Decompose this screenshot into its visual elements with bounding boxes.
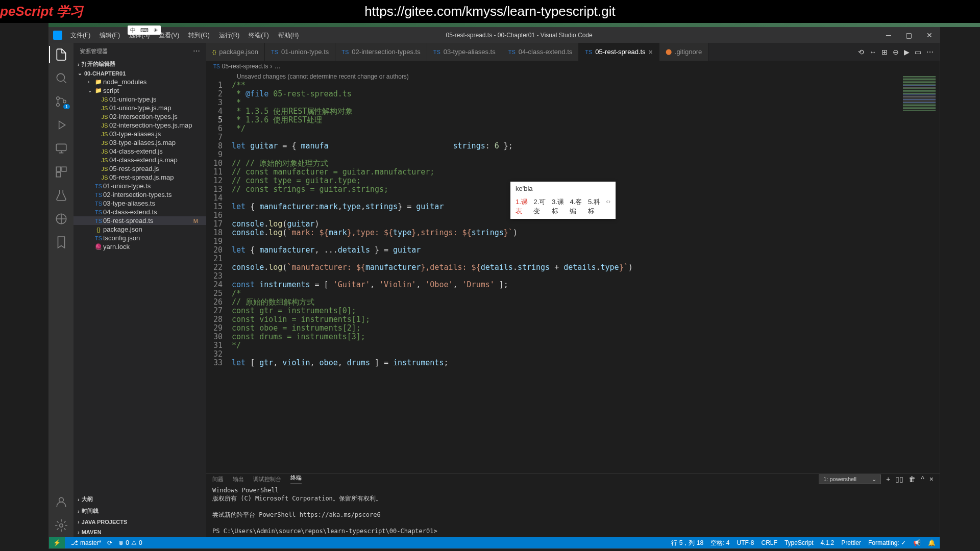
editor-tab[interactable]: TS04-class-extend.ts [502, 43, 579, 61]
bookmark-icon[interactable] [55, 236, 68, 249]
close-panel-icon[interactable]: × [929, 475, 934, 483]
file-tree-item[interactable]: JS01-union-type.js [74, 95, 206, 104]
formatting-status[interactable]: Formatting: ✓ [868, 539, 906, 547]
tab-action-icon[interactable]: ↔ [869, 48, 876, 56]
file-tree-item[interactable]: JS05-rest-spread.js [74, 164, 206, 173]
extensions-icon[interactable] [55, 165, 68, 179]
indentation[interactable]: 空格: 4 [710, 539, 729, 547]
editor-tab[interactable]: TS02-intersection-types.ts [335, 43, 427, 61]
sidebar-section[interactable]: ›大纲 [74, 493, 206, 505]
terminal-output[interactable]: Windows PowerShell版权所有 (C) Microsoft Cor… [206, 484, 940, 537]
file-tree-item[interactable]: JS01-union-type.js.map [74, 104, 206, 112]
editor-tab[interactable]: ⬤.gitignore [659, 43, 708, 61]
file-tree-item[interactable]: JS02-intersection-types.js.map [74, 121, 206, 130]
sidebar-section[interactable]: ›时间线 [74, 505, 206, 517]
source-control-icon[interactable]: 1 [55, 95, 68, 108]
search-icon[interactable] [55, 71, 68, 85]
ime-candidate[interactable]: 4.客编 [570, 197, 583, 216]
ime-candidate[interactable]: 1.课表 [516, 197, 529, 216]
testing-icon[interactable] [55, 189, 68, 202]
sync-button[interactable]: ⟳ [107, 539, 112, 546]
open-editors-section[interactable]: 打开的编辑器 [82, 60, 115, 68]
split-terminal-icon[interactable]: ▯▯ [895, 475, 903, 483]
breadcrumb-more[interactable]: … [274, 63, 280, 70]
terminal-selector[interactable]: 1: powershell⌄ [819, 474, 881, 484]
panel-tab[interactable]: 输出 [233, 475, 244, 483]
file-tree-item[interactable]: TS03-type-aliases.ts [74, 199, 206, 208]
ime-lang[interactable]: 中 [130, 27, 136, 34]
cursor-position[interactable]: 行 5，列 18 [671, 539, 703, 547]
breadcrumb[interactable]: TS 05-rest-spread.ts › … [206, 61, 940, 72]
file-tree-item[interactable]: TS05-rest-spread.tsM [74, 216, 206, 225]
panel-tab[interactable]: 问题 [212, 475, 224, 483]
tab-action-icon[interactable]: ▶ [904, 48, 910, 56]
tab-action-icon[interactable]: ⟲ [858, 48, 864, 56]
ime-candidate[interactable]: 3.课标 [552, 197, 566, 216]
file-tree-item[interactable]: {}package.json [74, 225, 206, 234]
menu-item[interactable]: 编辑(E) [95, 29, 124, 42]
editor-tab[interactable]: TS05-rest-spread.ts× [579, 43, 659, 61]
ime-candidate[interactable]: 5.科标 [588, 197, 602, 216]
ts-version[interactable]: 4.1.2 [821, 539, 835, 547]
new-terminal-icon[interactable]: + [886, 475, 890, 483]
bell-icon[interactable]: 🔔 [928, 539, 936, 547]
git-branch[interactable]: ⎇ master* [71, 539, 101, 546]
tab-action-icon[interactable]: ⊖ [893, 48, 899, 56]
close-button[interactable]: ✕ [919, 31, 940, 39]
ime-kbd-icon[interactable]: ⌨ [140, 27, 149, 34]
sidebar-section[interactable]: ›JAVA PROJECTS [74, 517, 206, 527]
eol[interactable]: CRLF [762, 539, 777, 547]
menu-item[interactable]: 转到(G) [184, 29, 213, 42]
file-tree-item[interactable]: JS05-rest-spread.js.map [74, 173, 206, 182]
sidebar-section[interactable]: ›MAVEN [74, 527, 206, 537]
ime-candidate-popup[interactable]: ke'bia 1.课表2.可变3.课标4.客编5.科标‹› [510, 182, 616, 219]
feedback-icon[interactable]: 📢 [913, 539, 921, 547]
editor-tab[interactable]: {}package.json [206, 43, 265, 61]
file-tree-item[interactable]: JS03-type-aliases.js.map [74, 138, 206, 147]
menu-item[interactable]: 帮助(H) [274, 29, 303, 42]
file-tree-item[interactable]: ⌄📁script [74, 86, 206, 95]
language-mode[interactable]: TypeScript [785, 539, 814, 547]
editor-tab[interactable]: TS01-union-type.ts [265, 43, 335, 61]
menu-item[interactable]: 文件(F) [66, 29, 94, 42]
menu-item[interactable]: 终端(T) [244, 29, 273, 42]
file-tree-item[interactable]: TS02-intersection-types.ts [74, 190, 206, 199]
minimize-button[interactable]: ─ [878, 31, 899, 39]
account-icon[interactable] [55, 495, 68, 509]
breadcrumb-file[interactable]: 05-rest-spread.ts [222, 63, 268, 70]
file-tree-item[interactable]: TS01-union-type.ts [74, 182, 206, 190]
editor-tab[interactable]: TS03-type-aliases.ts [427, 43, 502, 61]
file-tree-item[interactable]: ›📁node_modules [74, 78, 206, 86]
encoding[interactable]: UTF-8 [737, 539, 754, 547]
file-tree-item[interactable]: JS04-class-extend.js.map [74, 156, 206, 164]
tab-close-icon[interactable]: × [649, 48, 653, 56]
tab-action-icon[interactable]: ⊞ [881, 48, 888, 56]
problems-indicator[interactable]: ⊗ 0 ⚠ 0 [118, 539, 142, 546]
file-tree-item[interactable]: TS04-class-extend.ts [74, 208, 206, 216]
code-editor[interactable]: 1/**2 * @file 05-rest-spread.ts3 *4 * 1.… [206, 81, 940, 367]
sidebar-more-icon[interactable]: ⋯ [193, 47, 200, 55]
kill-terminal-icon[interactable]: 🗑 [909, 475, 916, 483]
ime-language-bar[interactable]: 中 ⌨ ☀ [128, 26, 161, 35]
panel-tab[interactable]: 终端 [290, 474, 302, 484]
live-share-icon[interactable] [55, 212, 68, 226]
ime-sun-icon[interactable]: ☀ [153, 27, 158, 34]
minimap[interactable] [899, 72, 940, 473]
run-debug-icon[interactable] [55, 118, 68, 132]
ime-candidate[interactable]: 2.可变 [533, 197, 547, 216]
remote-indicator[interactable]: ⚡ [49, 537, 65, 548]
project-name[interactable]: 00-CHAPTER01 [84, 70, 126, 77]
settings-gear-icon[interactable] [55, 519, 68, 532]
maximize-panel-icon[interactable]: ^ [921, 475, 924, 483]
file-tree-item[interactable]: TStsconfig.json [74, 234, 206, 242]
explorer-icon[interactable] [55, 48, 68, 61]
file-tree-item[interactable]: JS03-type-aliases.js [74, 130, 206, 138]
tab-action-icon[interactable]: ⋯ [926, 48, 934, 56]
menu-item[interactable]: 运行(R) [215, 29, 244, 42]
maximize-button[interactable]: ▢ [899, 31, 919, 39]
file-tree-item[interactable]: JS02-intersection-types.js [74, 112, 206, 121]
file-tree-item[interactable]: 🧶yarn.lock [74, 242, 206, 251]
prettier-status[interactable]: Prettier [841, 539, 861, 547]
tab-action-icon[interactable]: ▭ [915, 48, 921, 56]
panel-tab[interactable]: 调试控制台 [253, 475, 281, 483]
